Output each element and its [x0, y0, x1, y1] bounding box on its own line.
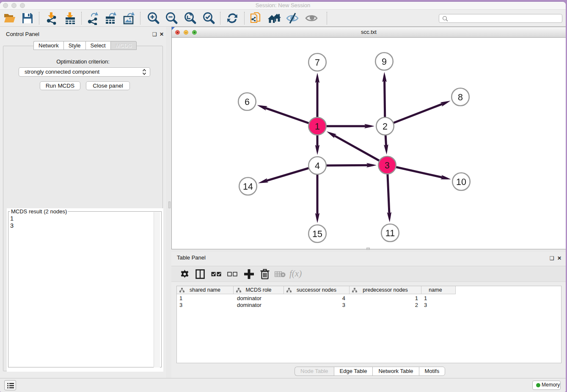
svg-text:15: 15: [312, 229, 322, 239]
svg-text:4: 4: [315, 161, 320, 171]
svg-text:14: 14: [243, 182, 253, 192]
svg-text:7: 7: [315, 58, 320, 68]
svg-text:9: 9: [382, 57, 387, 67]
svg-text:11: 11: [385, 228, 395, 238]
svg-text:6: 6: [245, 97, 250, 107]
svg-text:1: 1: [315, 121, 320, 132]
svg-text:10: 10: [456, 177, 466, 187]
svg-text:2: 2: [383, 121, 388, 132]
svg-text:8: 8: [458, 92, 463, 102]
svg-text:3: 3: [385, 160, 390, 171]
